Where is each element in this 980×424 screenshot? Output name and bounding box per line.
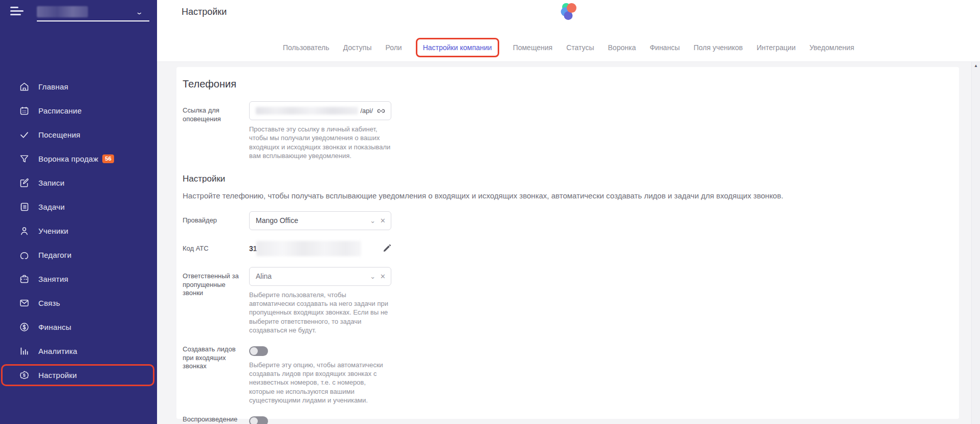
page-header: Настройки Пользователь Доступы Роли Наст… — [157, 0, 980, 62]
tab-integrations[interactable]: Интеграции — [756, 43, 795, 52]
create-leads-help: Выберите эту опцию, чтобы автоматически … — [249, 361, 391, 405]
teacher-icon — [18, 250, 30, 261]
analytics-icon — [18, 346, 30, 357]
create-leads-label: Создавать лидов при входящих звонках — [183, 343, 244, 405]
sidebar-item-attendance[interactable]: Посещения — [0, 123, 157, 147]
notification-link-label: Ссылка для оповещения — [183, 101, 244, 161]
clear-icon[interactable]: ✕ — [380, 217, 386, 225]
audio-playback-row: Воспроизведение аудио При новом входящем… — [183, 413, 953, 424]
tab-student-fields[interactable]: Поля учеников — [694, 43, 743, 52]
mail-icon — [18, 298, 30, 309]
settings-description: Настройте телефонию, чтобы получать вспл… — [183, 191, 953, 200]
sidebar-item-label: Главная — [38, 82, 69, 91]
sidebar-item-home[interactable]: Главная — [0, 75, 157, 99]
app-logo — [560, 2, 578, 22]
calendar-icon — [18, 105, 30, 117]
finance-icon — [18, 322, 30, 333]
responsible-row: Ответственный за пропущенные звонки Alin… — [183, 267, 953, 335]
atc-code-redacted-value — [256, 241, 361, 256]
scrollbar-up-arrow[interactable]: ▲ — [972, 63, 980, 68]
edit-pencil-icon[interactable] — [383, 244, 391, 253]
atc-code-label: Код АТС — [183, 238, 244, 259]
telephony-heading: Телефония — [183, 78, 953, 90]
check-icon — [18, 129, 30, 141]
atc-code-row: Код АТС 31 — [183, 238, 953, 259]
responsible-select[interactable]: Alina ⌄ ✕ — [249, 267, 391, 286]
sidebar-item-communication[interactable]: Связь — [0, 291, 157, 315]
audio-playback-toggle[interactable] — [249, 416, 268, 424]
notification-link-suffix: /api/ — [360, 107, 373, 115]
vertical-scrollbar[interactable]: ▲ — [971, 62, 980, 424]
tab-funnel[interactable]: Воронка — [608, 43, 636, 52]
sidebar-item-tasks[interactable]: Задачи — [0, 195, 157, 219]
sidebar-item-schedule[interactable]: Расписание — [0, 99, 157, 123]
sidebar-item-finance[interactable]: Финансы — [0, 315, 157, 339]
menu-hamburger-icon[interactable] — [10, 7, 24, 16]
notification-link-help: Проставьте эту ссылку в личный кабинет, … — [249, 125, 391, 161]
telephony-settings-card: Телефония Ссылка для оповещения /api/ Пр… — [176, 67, 959, 419]
settings-tabs: Пользователь Доступы Роли Настройки комп… — [157, 38, 980, 57]
chevron-down-icon[interactable]: ⌄ — [370, 217, 375, 225]
provider-value: Mango Office — [256, 216, 365, 225]
briefcase-icon — [18, 274, 30, 285]
responsible-value: Alina — [256, 272, 365, 280]
gear-icon — [18, 370, 30, 381]
provider-row: Провайдер Mango Office ⌄ ✕ — [183, 211, 953, 230]
sidebar-item-label: Записи — [38, 178, 64, 187]
sidebar-item-label: Аналитика — [38, 347, 77, 355]
sidebar-header: ⌄ — [0, 0, 157, 30]
notification-link-redacted-value — [256, 107, 358, 115]
page-title: Настройки — [182, 7, 227, 17]
create-leads-row: Создавать лидов при входящих звонках Выб… — [183, 343, 953, 405]
settings-subheading: Настройки — [183, 174, 953, 184]
provider-select[interactable]: Mango Office ⌄ ✕ — [249, 211, 391, 230]
edit-icon — [18, 177, 30, 189]
sidebar-item-label: Задачи — [38, 203, 65, 211]
tab-user[interactable]: Пользователь — [283, 43, 329, 52]
sidebar-item-label: Ученики — [38, 227, 69, 235]
sidebar-item-label: Настройки — [38, 371, 77, 380]
responsible-label: Ответственный за пропущенные звонки — [183, 267, 244, 335]
sidebar-item-lessons[interactable]: Занятия — [0, 267, 157, 291]
sidebar: ⌄ Главная Расписание Посещения Во — [0, 0, 157, 424]
sidebar-item-label: Посещения — [38, 130, 80, 139]
funnel-icon — [18, 153, 30, 165]
sidebar-item-label: Расписание — [38, 106, 82, 115]
tab-company-settings[interactable]: Настройки компании — [423, 43, 492, 52]
notification-link-row: Ссылка для оповещения /api/ Проставьте э… — [183, 101, 953, 161]
create-leads-toggle[interactable] — [249, 346, 268, 356]
tab-finance[interactable]: Финансы — [650, 43, 680, 52]
tab-rooms[interactable]: Помещения — [513, 43, 553, 52]
sidebar-item-records[interactable]: Записи — [0, 171, 157, 195]
responsible-help: Выберите пользователя, чтобы автоматичес… — [249, 291, 391, 335]
sidebar-item-students[interactable]: Ученики — [0, 219, 157, 243]
tasks-icon — [18, 202, 30, 213]
sidebar-item-teachers[interactable]: Педагоги — [0, 243, 157, 267]
tab-notifications[interactable]: Уведомления — [809, 43, 854, 52]
audio-playback-label: Воспроизведение аудио — [183, 413, 244, 424]
content-area: Телефония Ссылка для оповещения /api/ Пр… — [157, 62, 980, 424]
sidebar-item-label: Воронка продаж — [38, 154, 98, 163]
tab-roles[interactable]: Роли — [385, 43, 402, 52]
student-icon — [18, 226, 30, 237]
tab-access[interactable]: Доступы — [343, 43, 372, 52]
sidebar-item-analytics[interactable]: Аналитика — [0, 339, 157, 363]
home-icon — [18, 81, 30, 93]
sidebar-item-label: Педагоги — [38, 251, 72, 259]
sidebar-item-settings[interactable]: Настройки — [0, 363, 157, 387]
sales-funnel-count-badge: 56 — [102, 154, 114, 163]
organization-name-redacted — [37, 6, 88, 17]
sidebar-nav: Главная Расписание Посещения Воронка про… — [0, 75, 157, 387]
sidebar-item-sales-funnel[interactable]: Воронка продаж 56 — [0, 147, 157, 171]
main-area: Настройки Пользователь Доступы Роли Наст… — [157, 0, 980, 424]
chevron-down-icon[interactable]: ⌄ — [370, 273, 375, 280]
chevron-down-icon: ⌄ — [136, 8, 143, 16]
sidebar-item-label: Связь — [38, 299, 60, 307]
provider-label: Провайдер — [183, 211, 244, 230]
sidebar-item-label: Занятия — [38, 275, 69, 283]
link-icon[interactable] — [376, 106, 386, 116]
notification-link-input[interactable]: /api/ — [249, 101, 391, 120]
clear-icon[interactable]: ✕ — [380, 273, 386, 280]
organization-select[interactable]: ⌄ — [37, 3, 149, 21]
tab-statuses[interactable]: Статусы — [566, 43, 594, 52]
